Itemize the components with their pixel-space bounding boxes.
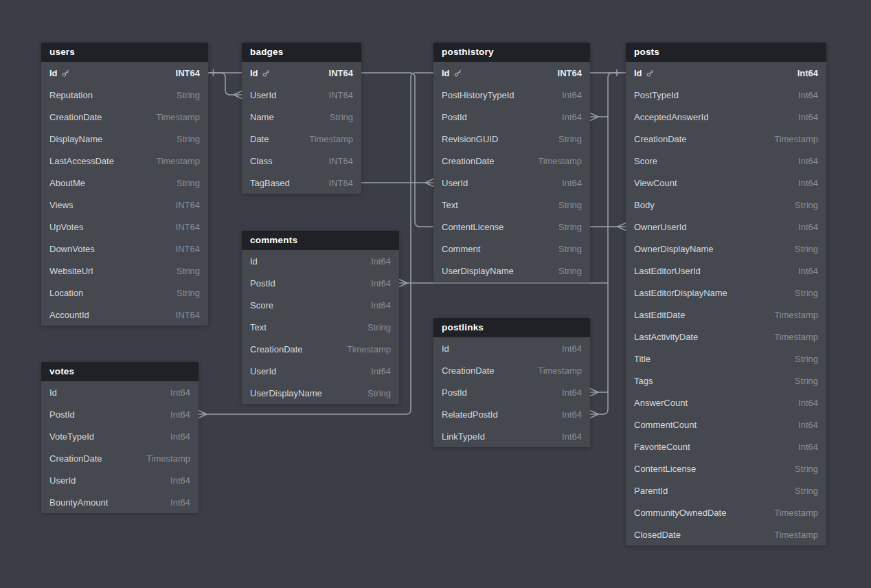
field-type: Timestamp xyxy=(774,508,818,518)
field-name: UserDisplayName xyxy=(442,266,514,276)
table-votes-header[interactable]: votes xyxy=(41,362,199,381)
field-type: Int64 xyxy=(371,300,391,310)
field-type: Timestamp xyxy=(774,332,818,342)
field-type: Int64 xyxy=(170,475,190,486)
field-name: PostHistoryTypeId xyxy=(442,90,514,100)
field-row-votes-CreationDate: CreationDateTimestamp xyxy=(41,447,199,469)
table-postlinks[interactable]: postlinksIdInt64CreationDateTimestampPos… xyxy=(433,318,590,447)
field-name: BountyAmount xyxy=(49,497,108,508)
field-type: INT64 xyxy=(176,68,200,78)
field-row-posthistory-Text: TextString xyxy=(433,194,590,216)
relationship-posts.Id-postlinks.RelatedPostId xyxy=(590,73,617,418)
field-type: Int64 xyxy=(170,387,190,398)
field-name: Name xyxy=(250,112,274,122)
field-row-posts-AnswerCount: AnswerCountInt64 xyxy=(626,392,826,414)
table-badges-header[interactable]: badges xyxy=(242,43,361,62)
field-name: PostId xyxy=(250,278,275,289)
erd-canvas[interactable]: usersIdINT64ReputationStringCreationDate… xyxy=(0,0,871,588)
field-name: Id xyxy=(634,68,642,78)
table-title: votes xyxy=(49,366,74,376)
field-type: Int64 xyxy=(562,112,582,122)
field-name: ParentId xyxy=(634,486,668,496)
field-name: CreationDate xyxy=(442,365,495,376)
field-name: UserDisplayName xyxy=(250,388,322,398)
field-type: Int64 xyxy=(798,68,818,78)
field-type: String xyxy=(795,244,818,254)
field-name: WebsiteUrl xyxy=(49,266,93,276)
field-type: INT64 xyxy=(558,68,582,78)
table-posthistory-header[interactable]: posthistory xyxy=(433,43,590,62)
field-name: LinkTypeId xyxy=(442,431,485,442)
field-name: AnswerCount xyxy=(634,398,688,408)
table-posts[interactable]: postsIdInt64PostTypeIdInt64AcceptedAnswe… xyxy=(626,43,826,545)
field-type: Timestamp xyxy=(538,156,582,166)
field-name: ViewCount xyxy=(634,178,677,188)
field-name: Text xyxy=(442,200,458,210)
field-row-posts-Tags: TagsString xyxy=(626,370,826,392)
table-badges[interactable]: badgesIdINT64UserIdINT64NameStringDateTi… xyxy=(242,43,361,194)
table-posts-header[interactable]: posts xyxy=(626,43,826,62)
field-type: String xyxy=(795,200,818,210)
field-row-posts-CreationDate: CreationDateTimestamp xyxy=(626,128,826,150)
table-comments-header[interactable]: comments xyxy=(242,231,399,250)
field-name: Location xyxy=(49,288,83,298)
field-row-users-WebsiteUrl: WebsiteUrlString xyxy=(41,260,208,282)
field-name: Id xyxy=(250,256,258,267)
field-row-posthistory-Id: IdINT64 xyxy=(433,62,590,84)
field-type: Timestamp xyxy=(774,134,818,144)
field-type: Timestamp xyxy=(146,453,190,464)
field-name: AboutMe xyxy=(49,178,85,188)
field-type: Int64 xyxy=(798,112,818,122)
field-type: Int64 xyxy=(562,343,582,354)
field-row-posts-ContentLicense: ContentLicenseString xyxy=(626,457,826,479)
field-name: ContentLicense xyxy=(442,222,504,232)
field-name: UserId xyxy=(49,475,76,486)
field-type: String xyxy=(330,112,353,122)
field-row-posts-OwnerDisplayName: OwnerDisplayNameString xyxy=(626,238,826,260)
field-name: TagBased xyxy=(250,178,290,188)
field-type: Int64 xyxy=(798,266,818,276)
field-name: OwnerUserId xyxy=(634,222,687,232)
field-row-posts-AcceptedAnswerId: AcceptedAnswerIdInt64 xyxy=(626,106,826,128)
field-row-posthistory-RevisionGUID: RevisionGUIDString xyxy=(433,128,590,150)
field-type: INT64 xyxy=(176,200,200,210)
table-comments[interactable]: commentsIdInt64PostIdInt64ScoreInt64Text… xyxy=(242,231,399,404)
field-row-comments-Score: ScoreInt64 xyxy=(242,294,399,316)
table-posthistory[interactable]: posthistoryIdINT64PostHistoryTypeIdInt64… xyxy=(433,43,590,282)
field-row-badges-TagBased: TagBasedINT64 xyxy=(242,172,361,194)
field-type: INT64 xyxy=(329,178,353,188)
field-type: String xyxy=(558,200,582,210)
field-row-posts-ClosedDate: ClosedDateTimestamp xyxy=(626,523,826,545)
field-type: String xyxy=(177,134,200,144)
field-row-users-DownVotes: DownVotesINT64 xyxy=(41,238,208,260)
field-type: String xyxy=(367,322,391,332)
field-name: UserId xyxy=(442,178,468,188)
field-type: Int64 xyxy=(798,398,818,408)
field-type: Timestamp xyxy=(538,365,582,376)
table-postlinks-header[interactable]: postlinks xyxy=(433,318,590,337)
field-row-comments-UserDisplayName: UserDisplayNameString xyxy=(242,382,399,404)
table-title: comments xyxy=(250,235,297,245)
table-users[interactable]: usersIdINT64ReputationStringCreationDate… xyxy=(41,43,208,326)
field-type: String xyxy=(177,288,200,298)
field-name: Id xyxy=(49,387,57,398)
field-type: String xyxy=(795,288,818,298)
field-row-posts-LastEditorUserId: LastEditorUserIdInt64 xyxy=(626,260,826,282)
field-name: Body xyxy=(634,200,655,210)
field-type: Int64 xyxy=(798,420,818,430)
field-row-posts-LastEditorDisplayName: LastEditorDisplayNameString xyxy=(626,282,826,304)
field-name: Id xyxy=(250,68,258,78)
field-type: Timestamp xyxy=(347,344,391,354)
relationship-users.Id-posthistory.UserId xyxy=(361,179,433,187)
field-name: ContentLicense xyxy=(634,464,696,474)
table-users-header[interactable]: users xyxy=(41,43,208,62)
field-type: Int64 xyxy=(562,387,582,398)
field-name: LastAccessDate xyxy=(49,156,114,166)
field-type: Int64 xyxy=(562,178,582,188)
field-name: LastEditDate xyxy=(634,310,685,320)
table-votes[interactable]: votesIdInt64PostIdInt64VoteTypeIdInt64Cr… xyxy=(41,362,199,513)
field-name: PostId xyxy=(442,387,467,398)
primary-key-icon xyxy=(646,69,655,77)
field-type: String xyxy=(558,244,582,254)
field-row-votes-Id: IdInt64 xyxy=(41,381,199,403)
